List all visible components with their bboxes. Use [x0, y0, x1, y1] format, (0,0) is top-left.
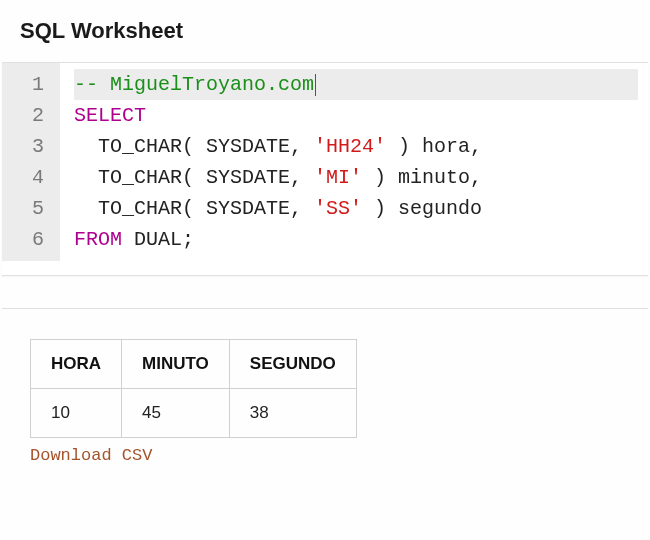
- code-token: SELECT: [74, 104, 146, 127]
- code-token: DUAL;: [122, 228, 194, 251]
- results-panel: HORAMINUTOSEGUNDO 104538 Download CSV: [2, 308, 648, 475]
- line-number: 3: [20, 131, 44, 162]
- code-token: TO_CHAR( SYSDATE,: [74, 166, 314, 189]
- code-line[interactable]: SELECT: [74, 100, 638, 131]
- table-row: 104538: [31, 389, 357, 438]
- code-line[interactable]: TO_CHAR( SYSDATE, 'MI' ) minuto,: [74, 162, 638, 193]
- code-line[interactable]: -- MiguelTroyano.com: [74, 69, 638, 100]
- table-cell: 45: [122, 389, 230, 438]
- column-header: HORA: [31, 340, 122, 389]
- code-token: 'HH24': [314, 135, 386, 158]
- code-token: ) minuto,: [362, 166, 482, 189]
- table-cell: 38: [229, 389, 356, 438]
- code-token: TO_CHAR( SYSDATE,: [74, 197, 314, 220]
- table-cell: 10: [31, 389, 122, 438]
- line-number: 2: [20, 100, 44, 131]
- code-token: ) segundo: [362, 197, 482, 220]
- code-token: ) hora,: [386, 135, 482, 158]
- code-line[interactable]: TO_CHAR( SYSDATE, 'SS' ) segundo: [74, 193, 638, 224]
- editor-gutter: 123456: [2, 63, 60, 261]
- column-header: SEGUNDO: [229, 340, 356, 389]
- table-header-row: HORAMINUTOSEGUNDO: [31, 340, 357, 389]
- code-token: -- MiguelTroyano.com: [74, 73, 314, 96]
- editor-cursor: [315, 74, 316, 96]
- column-header: MINUTO: [122, 340, 230, 389]
- results-table: HORAMINUTOSEGUNDO 104538: [30, 339, 357, 438]
- code-line[interactable]: TO_CHAR( SYSDATE, 'HH24' ) hora,: [74, 131, 638, 162]
- sql-editor[interactable]: 123456 -- MiguelTroyano.comSELECT TO_CHA…: [2, 62, 648, 276]
- line-number: 5: [20, 193, 44, 224]
- line-number: 6: [20, 224, 44, 255]
- download-csv-link[interactable]: Download CSV: [30, 446, 152, 465]
- code-token: FROM: [74, 228, 122, 251]
- page-title: SQL Worksheet: [0, 0, 650, 62]
- code-token: 'SS': [314, 197, 362, 220]
- line-number: 1: [20, 69, 44, 100]
- code-line[interactable]: FROM DUAL;: [74, 224, 638, 255]
- code-token: 'MI': [314, 166, 362, 189]
- editor-code-area[interactable]: -- MiguelTroyano.comSELECT TO_CHAR( SYSD…: [60, 63, 648, 261]
- code-token: TO_CHAR( SYSDATE,: [74, 135, 314, 158]
- line-number: 4: [20, 162, 44, 193]
